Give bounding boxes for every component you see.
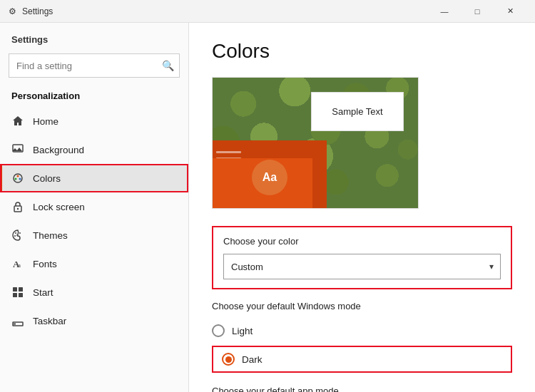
preview-box: Sample Text Aa: [212, 77, 419, 209]
svg-rect-13: [19, 287, 23, 292]
svg-point-9: [14, 235, 16, 237]
background-label: Background: [33, 145, 84, 155]
start-label: Start: [33, 287, 54, 298]
radio-row-light[interactable]: Light: [212, 319, 512, 343]
radio-label-dark: Dark: [242, 354, 263, 365]
sidebar-item-lock-screen[interactable]: Lock screen: [0, 192, 188, 221]
fonts-label: Fonts: [33, 259, 57, 269]
sidebar-item-background[interactable]: Background: [0, 135, 188, 164]
svg-text:a: a: [18, 262, 21, 269]
aa-label: Aa: [263, 171, 277, 184]
maximize-button[interactable]: □: [461, 0, 494, 23]
aa-circle: Aa: [252, 160, 287, 195]
svg-point-4: [15, 178, 17, 180]
sidebar-item-start[interactable]: Start: [0, 278, 188, 306]
page-title: Colors: [212, 40, 512, 63]
colors-icon: [11, 172, 24, 185]
color-select-label: Choose your color: [223, 236, 501, 247]
lock-icon: [11, 200, 24, 213]
svg-point-6: [17, 208, 19, 210]
title-bar: ⚙ Settings — □ ✕: [0, 0, 535, 23]
sidebar-item-home[interactable]: Home: [0, 107, 188, 135]
color-select-section: Choose your color Light Dark Custom ▾: [212, 226, 512, 289]
svg-point-7: [15, 232, 16, 234]
svg-point-8: [19, 232, 21, 234]
lock-screen-label: Lock screen: [33, 202, 85, 212]
app-mode-label: Choose your default app mode: [212, 386, 512, 392]
windows-mode-label: Choose your default Windows mode: [212, 301, 512, 311]
line-1: [216, 151, 241, 153]
themes-label: Themes: [33, 230, 68, 241]
themes-icon: [11, 229, 24, 242]
sidebar-item-fonts[interactable]: Aa Fonts: [0, 249, 188, 278]
svg-rect-15: [19, 293, 23, 297]
colors-label: Colors: [33, 173, 61, 184]
app-mode-section: Choose your default app mode: [212, 386, 512, 392]
background-icon: [11, 143, 24, 156]
close-button[interactable]: ✕: [494, 0, 526, 23]
taskbar-icon: [11, 314, 24, 327]
section-label: Personalization: [0, 86, 188, 107]
sidebar-app-title: Settings: [0, 29, 188, 53]
home-icon: [11, 115, 24, 128]
svg-point-3: [19, 178, 21, 180]
svg-rect-14: [13, 293, 17, 297]
windows-mode-section: Choose your default Windows mode Light D…: [212, 301, 512, 373]
home-label: Home: [33, 116, 58, 127]
sample-text: Sample Text: [332, 106, 382, 117]
radio-circle-dark: [222, 353, 235, 366]
preview-background: Sample Text Aa: [213, 78, 418, 208]
dropdown-wrap: Light Dark Custom ▾: [223, 254, 501, 279]
content-area: Colors Sample Text: [189, 23, 535, 392]
sidebar-item-taskbar[interactable]: Taskbar: [0, 306, 188, 335]
sidebar-item-colors[interactable]: Colors: [0, 164, 188, 192]
radio-circle-light: [212, 324, 225, 337]
title-bar-text: Settings: [22, 6, 53, 16]
search-input[interactable]: [9, 53, 180, 78]
search-icon: 🔍: [162, 60, 174, 71]
svg-point-2: [17, 175, 19, 177]
taskbar-label: Taskbar: [33, 316, 66, 326]
radio-row-dark[interactable]: Dark: [212, 346, 512, 373]
sample-text-box: Sample Text: [311, 92, 404, 131]
fonts-icon: Aa: [11, 257, 24, 270]
minimize-button[interactable]: —: [428, 0, 461, 23]
sidebar-item-themes[interactable]: Themes: [0, 221, 188, 249]
search-box: 🔍: [9, 53, 180, 78]
color-dropdown[interactable]: Light Dark Custom: [223, 254, 501, 279]
svg-rect-12: [13, 287, 17, 292]
start-icon: [11, 286, 24, 299]
settings-icon: ⚙: [9, 6, 16, 16]
radio-label-light: Light: [232, 326, 253, 336]
window-controls: — □ ✕: [428, 0, 526, 23]
svg-rect-17: [14, 324, 16, 325]
sidebar: Settings 🔍 Personalization Home Backgrou…: [0, 23, 189, 392]
